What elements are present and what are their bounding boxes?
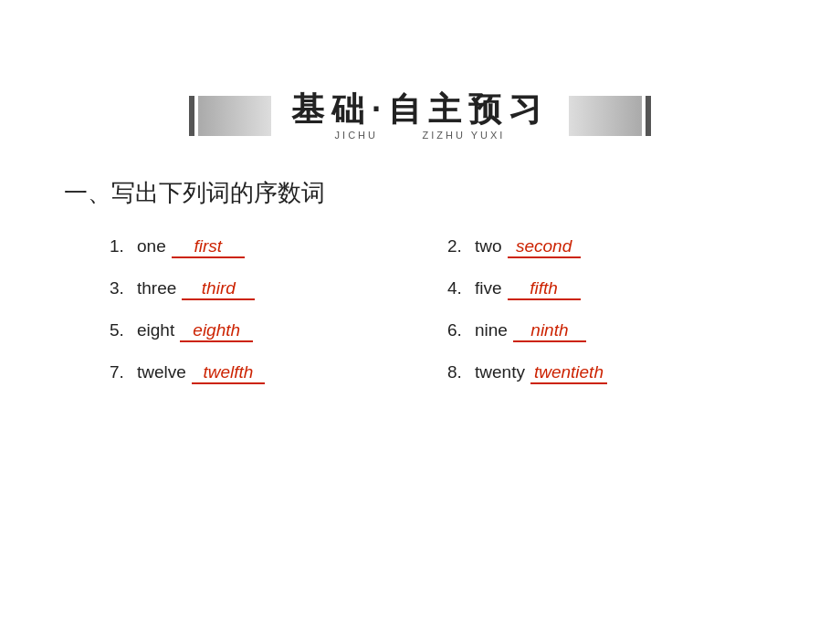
item-5-answer: eighth: [180, 320, 253, 342]
item-3-answer: third: [182, 278, 255, 300]
item-4-word: five: [475, 278, 502, 298]
left-thick-bar: [189, 96, 194, 136]
exercise-row-3: 5. eight eighth 6. nine ninth: [110, 320, 785, 342]
left-gradient-bar: [198, 96, 271, 136]
exercise-item-7: 7. twelve twelfth: [110, 362, 447, 384]
item-2-answer: second: [508, 236, 581, 258]
item-8-answer: twentieth: [530, 362, 607, 384]
exercise-item-5: 5. eight eighth: [110, 320, 447, 342]
item-1-word: one: [137, 236, 166, 256]
item-4-num: 4.: [447, 278, 475, 298]
header-bar-left: [189, 96, 271, 136]
item-2-num: 2.: [447, 236, 475, 256]
item-5-num: 5.: [110, 320, 137, 340]
exercise-item-2: 2. two second: [447, 236, 785, 258]
item-3-word: three: [137, 278, 176, 298]
header-title-block: 基础·自主预习 JICHU ZIZHU YUXI: [280, 91, 560, 141]
header-chinese-title: 基础·自主预习: [291, 91, 549, 128]
item-7-num: 7.: [110, 362, 137, 382]
right-thick-bar: [646, 96, 651, 136]
item-6-word: nine: [475, 320, 508, 340]
exercise-content: 1. one first 2. two second 3. three thir…: [110, 236, 785, 384]
header-banner: 基础·自主预习 JICHU ZIZHU YUXI: [55, 91, 785, 141]
pinyin-right: ZIZHU YUXI: [422, 130, 505, 141]
exercise-row-1: 1. one first 2. two second: [110, 236, 785, 258]
item-6-num: 6.: [447, 320, 475, 340]
item-2-word: two: [475, 236, 502, 256]
item-1-answer: first: [172, 236, 245, 258]
pinyin-left: JICHU: [335, 130, 378, 141]
exercise-row-2: 3. three third 4. five fifth: [110, 278, 785, 300]
item-4-answer: fifth: [508, 278, 581, 300]
header-bar-right: [569, 96, 651, 136]
item-8-word: twenty: [475, 362, 525, 382]
item-8-num: 8.: [447, 362, 475, 382]
exercise-item-6: 6. nine ninth: [447, 320, 785, 342]
exercise-row-4: 7. twelve twelfth 8. twenty twentieth: [110, 362, 785, 384]
item-6-answer: ninth: [513, 320, 586, 342]
section-title: 一、写出下列词的序数词: [64, 177, 785, 209]
page: 基础·自主预习 JICHU ZIZHU YUXI 一、写出下列词的序数词 1. …: [0, 0, 840, 638]
item-7-answer: twelfth: [192, 362, 265, 384]
right-gradient-bar: [569, 96, 642, 136]
exercise-item-3: 3. three third: [110, 278, 447, 300]
header-pinyin: JICHU ZIZHU YUXI: [291, 130, 549, 141]
item-1-num: 1.: [110, 236, 137, 256]
item-5-word: eight: [137, 320, 174, 340]
item-3-num: 3.: [110, 278, 137, 298]
exercise-item-4: 4. five fifth: [447, 278, 785, 300]
item-7-word: twelve: [137, 362, 186, 382]
exercise-item-8: 8. twenty twentieth: [447, 362, 785, 384]
exercise-item-1: 1. one first: [110, 236, 447, 258]
